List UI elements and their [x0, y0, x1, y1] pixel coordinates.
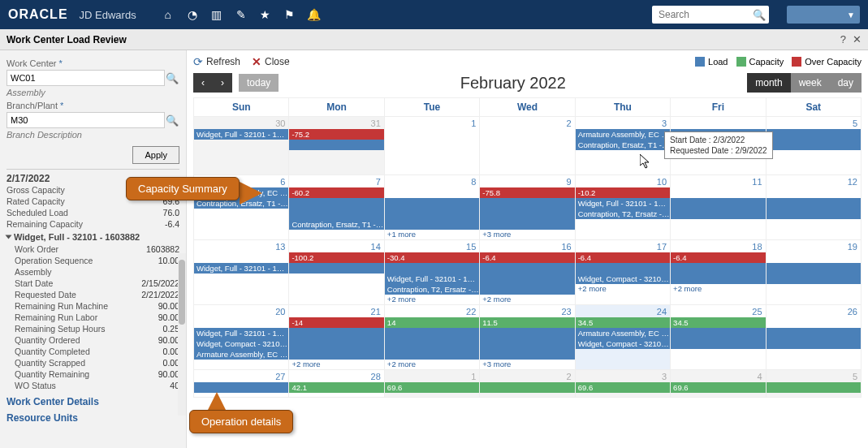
calendar-cell[interactable]: 30 Widget, Full - 32101 - 1603866 — [194, 117, 289, 175]
close-page-icon[interactable]: ✕ — [853, 33, 862, 45]
calendar-cell[interactable]: 31 -75.2 — [289, 117, 384, 175]
calendar-cell[interactable]: 11 — [671, 175, 766, 240]
calendar-cell[interactable]: 20 Widget, Full - 32101 - 1603882 Widget… — [194, 305, 289, 370]
help-icon[interactable]: ? — [840, 33, 846, 45]
event-load[interactable]: Contraption, Ersatz, T1 - 98700 - 160323… — [576, 140, 670, 150]
calendar-cell[interactable]: 7 -60.2 Contraption, Ersatz, T1 - 98700 … — [289, 175, 384, 240]
more-link[interactable]: +2 more — [385, 295, 479, 304]
more-link[interactable]: +2 more — [576, 284, 670, 294]
event-load[interactable]: Widget, Compact - 32100 - 1603858 — [576, 274, 670, 284]
more-link[interactable]: +2 more — [671, 284, 765, 294]
event-over[interactable]: -6.4 — [671, 252, 765, 263]
calendar-cell[interactable]: 28 42.1 — [289, 370, 384, 398]
work-center-details-link[interactable]: Work Center Details — [6, 396, 179, 407]
event-load[interactable]: Armature Assembly, EC - 65400 - 1603081 — [576, 129, 670, 140]
home-icon[interactable]: ⌂ — [161, 7, 175, 22]
close-button[interactable]: ✕ Close — [252, 55, 290, 68]
calendar-cell[interactable]: 13 Widget, Full - 32101 - 1603874 — [194, 240, 289, 305]
event-capacity[interactable]: 34.5 — [576, 317, 670, 328]
calendar-cell[interactable]: 4 69.6 — [671, 370, 766, 398]
event-capacity[interactable]: 69.6 — [385, 382, 479, 393]
calendar-cell[interactable]: 3 Armature Assembly, EC - 65400 - 160308… — [575, 117, 670, 175]
event-capacity[interactable]: 11.5 — [480, 317, 574, 328]
calendar-cell[interactable]: 3 69.6 — [575, 370, 670, 398]
view-week-button[interactable]: week — [791, 73, 830, 93]
bell-icon[interactable]: 🔔 — [307, 7, 322, 22]
calendar-cell[interactable]: 17 -6.4 Widget, Compact - 32100 - 160385… — [575, 240, 670, 305]
calendar-cell[interactable]: 5 — [766, 117, 861, 175]
calendar-cell[interactable]: 5 — [766, 370, 861, 398]
calendar-cell[interactable]: 26 — [766, 305, 861, 370]
event-over[interactable]: -6.4 — [480, 252, 574, 263]
view-month-button[interactable]: month — [747, 73, 790, 93]
more-link[interactable]: +2 more — [385, 360, 479, 369]
today-button[interactable]: today — [239, 74, 279, 92]
event-load[interactable]: Armature Assembly, EC - 65400 - 1603090 — [576, 328, 670, 338]
more-link[interactable]: +1 more — [385, 230, 479, 239]
next-button[interactable]: › — [213, 73, 232, 93]
calendar-cell[interactable]: 8 +1 more — [384, 175, 479, 240]
event-over[interactable]: -30.4 — [385, 252, 479, 263]
calendar-cell[interactable]: 25 34.5 — [671, 305, 766, 370]
work-center-input[interactable] — [6, 70, 165, 86]
event-load[interactable]: Widget, Compact - 32100 - 1603858 — [194, 338, 288, 349]
view-day-button[interactable]: day — [830, 73, 862, 93]
event-load[interactable]: Widget, Full - 32101 - 1603882 — [385, 274, 479, 284]
event-load[interactable]: Contraption, T2, Ersatz - 98701 — [576, 209, 670, 219]
lookup-icon[interactable]: 🔍 — [165, 114, 179, 127]
event-load[interactable]: Widget, Full - 32101 - 1603874 — [576, 198, 670, 209]
search-icon[interactable]: 🔍 — [753, 9, 766, 21]
event-load[interactable]: Contraption, T2, Ersatz - 98701 - 160299… — [385, 284, 479, 295]
calendar-cell[interactable]: 23 11.5 +3 more — [480, 305, 575, 370]
more-link[interactable]: +2 more — [480, 295, 574, 304]
event-over[interactable]: -60.2 — [289, 187, 383, 198]
user-menu[interactable]: ▼ — [787, 6, 860, 24]
calendar-cell[interactable]: 10 -10.2 Widget, Full - 32101 - 1603874 … — [575, 175, 670, 240]
event-capacity[interactable]: 69.6 — [576, 382, 670, 393]
event-load[interactable]: Armature Assembly, EC - 65400 - 1603760 — [194, 349, 288, 360]
star-icon[interactable]: ★ — [258, 7, 273, 22]
lookup-icon[interactable]: 🔍 — [165, 72, 179, 84]
event-capacity[interactable]: 69.6 — [671, 382, 765, 393]
calendar-cell[interactable]: 19 — [766, 240, 861, 305]
side-scrollbar[interactable] — [178, 253, 186, 416]
search-input[interactable] — [655, 7, 753, 22]
refresh-button[interactable]: ⟳ Refresh — [193, 55, 240, 68]
calendar-cell[interactable]: 1 — [384, 117, 479, 175]
calendar-cell[interactable]: 16 -6.4 +2 more — [480, 240, 575, 305]
calendar-cell[interactable]: 12 — [766, 175, 861, 240]
calendar-cell[interactable]: 15 -30.4 Widget, Full - 32101 - 1603882 … — [384, 240, 479, 305]
calendar-cell[interactable]: 1 69.6 — [384, 370, 479, 398]
flag-icon[interactable]: ⚑ — [283, 7, 297, 22]
calendar-cell[interactable]: 22 14 +2 more — [384, 305, 479, 370]
event-capacity[interactable]: 34.5 — [671, 317, 765, 328]
calendar-cell[interactable]: 18 -6.4 +2 more — [671, 240, 766, 305]
operation-group-header[interactable]: Widget, Full - 32101 - 1603882 — [6, 232, 179, 242]
apply-button[interactable]: Apply — [132, 146, 179, 164]
event-over[interactable]: -75.2 — [289, 129, 383, 140]
clock-icon[interactable]: ◔ — [185, 7, 200, 22]
event-over[interactable]: -10.2 — [576, 187, 670, 198]
event-load[interactable]: Contraption, Ersatz, T1 - 98700 - 160325… — [289, 219, 383, 230]
calendar-cell[interactable]: 9 -75.8 +3 more — [480, 175, 575, 240]
event-over[interactable]: -100.2 — [289, 252, 383, 263]
event-capacity[interactable]: 14 — [385, 317, 479, 328]
event-load[interactable]: Widget, Full - 32101 - 1603866 — [194, 129, 288, 140]
resource-units-link[interactable]: Resource Units — [6, 412, 179, 424]
calendar-cell[interactable]: 21 -14 +2 more — [289, 305, 384, 370]
event-load[interactable]: Widget, Full - 32101 - 1603874 — [194, 263, 288, 274]
calendar-cell[interactable]: 2 — [480, 117, 575, 175]
event-over[interactable]: -14 — [289, 317, 383, 328]
prev-button[interactable]: ‹ — [193, 73, 213, 93]
calendar-cell[interactable]: 24 34.5 Armature Assembly, EC - 65400 - … — [575, 305, 670, 370]
chart-icon[interactable]: ▥ — [209, 7, 224, 22]
branch-input[interactable] — [6, 112, 165, 128]
event-load[interactable]: Widget, Full - 32101 - 1603882 — [194, 328, 288, 338]
calendar-cell[interactable]: 2 — [480, 370, 575, 398]
more-link[interactable]: +3 more — [480, 360, 574, 369]
more-link[interactable]: +2 more — [289, 360, 383, 369]
event-capacity[interactable]: 42.1 — [289, 382, 383, 393]
edit-icon[interactable]: ✎ — [234, 7, 248, 22]
event-over[interactable]: -75.8 — [480, 187, 574, 198]
calendar-cell[interactable]: 14 -100.2 — [289, 240, 384, 305]
